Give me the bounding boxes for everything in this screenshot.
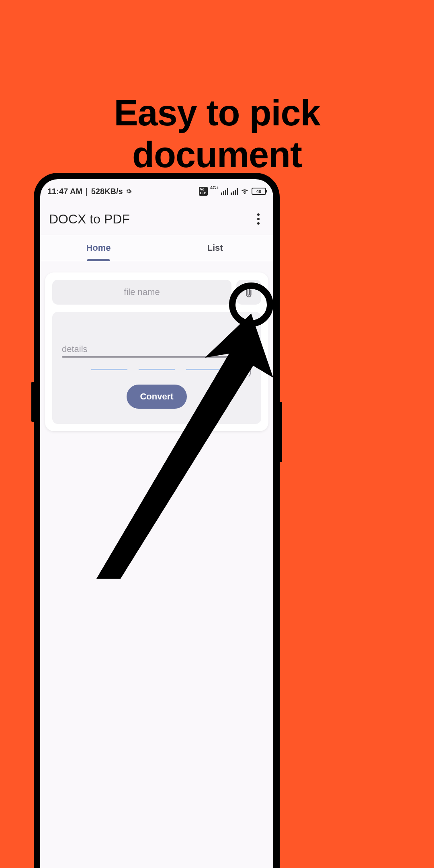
battery-icon: 40	[252, 188, 266, 195]
content-area: file name details (0/3)	[40, 261, 273, 442]
status-net-speed: 528KB/s	[91, 187, 123, 196]
details-label: details	[62, 344, 252, 354]
tab-home[interactable]: Home	[40, 235, 157, 261]
paperclip-icon	[244, 286, 254, 298]
promo-headline-line1: Easy to pick	[114, 93, 320, 133]
step-1	[91, 369, 127, 370]
phone-frame: 11:47 AM | 528KB/s VoLTE 4G+ 40	[34, 173, 280, 868]
app-bar: DOCX to PDF	[40, 203, 273, 235]
tab-bar: Home List	[40, 235, 273, 261]
overflow-menu-button[interactable]	[252, 213, 264, 225]
steps-indicator: (0/3)	[62, 369, 252, 370]
gear-icon	[125, 188, 132, 194]
status-divider: |	[86, 187, 88, 196]
filename-input[interactable]: file name	[52, 280, 231, 305]
app-title: DOCX to PDF	[49, 212, 130, 227]
phone-side-button-right	[280, 402, 282, 462]
tab-home-label: Home	[86, 243, 111, 253]
tab-list[interactable]: List	[157, 235, 273, 261]
status-time: 11:47 AM	[47, 187, 82, 196]
volte-icon: VoLTE	[199, 187, 208, 196]
promo-headline: Easy to pick document	[0, 92, 434, 176]
status-left: 11:47 AM | 528KB/s	[47, 187, 132, 196]
details-panel: details (0/3) Convert	[52, 312, 261, 424]
signal-icon-2	[231, 188, 238, 195]
convert-button[interactable]: Convert	[127, 385, 187, 409]
status-right: VoLTE 4G+ 40	[199, 187, 266, 196]
filename-placeholder: file name	[124, 287, 160, 297]
phone-screen: 11:47 AM | 528KB/s VoLTE 4G+ 40	[40, 179, 273, 868]
network-type: 4G+	[210, 185, 219, 190]
status-bar: 11:47 AM | 528KB/s VoLTE 4G+ 40	[40, 179, 273, 203]
details-underline	[62, 356, 252, 358]
battery-level: 40	[256, 189, 261, 194]
step-2	[139, 369, 175, 370]
convert-button-label: Convert	[140, 391, 173, 402]
file-row: file name	[52, 280, 261, 305]
tab-list-label: List	[207, 243, 223, 253]
wifi-icon	[240, 188, 249, 195]
signal-icon	[221, 188, 228, 195]
progress-counter: (0/3)	[232, 366, 252, 377]
step-3	[186, 369, 222, 370]
attach-button[interactable]	[236, 280, 261, 305]
promo-headline-line2: document	[132, 135, 302, 175]
phone-side-button-left	[31, 382, 34, 422]
conversion-card: file name details (0/3)	[45, 272, 268, 431]
